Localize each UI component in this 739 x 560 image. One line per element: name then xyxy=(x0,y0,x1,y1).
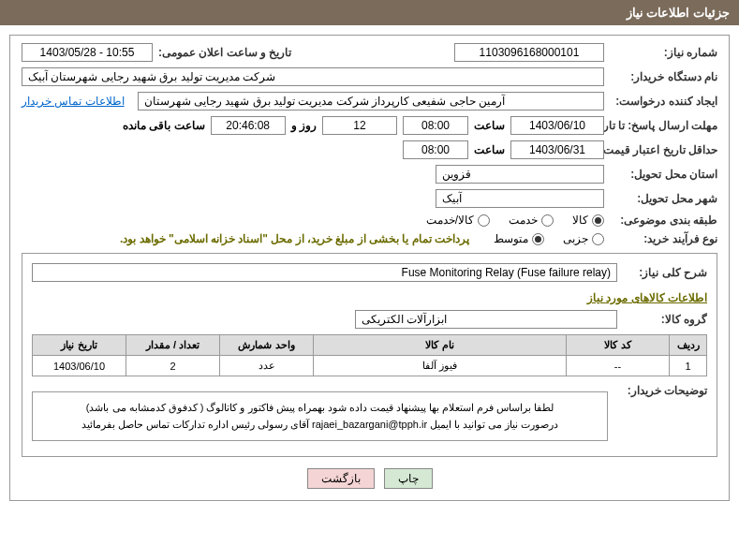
general-desc-label: شرح کلی نیاز: xyxy=(623,266,707,279)
note-email: rajaei_bazargani@tpph.ir xyxy=(312,419,427,430)
cell-qty: 2 xyxy=(126,356,220,376)
radio-service-label: خدمت xyxy=(509,214,538,227)
main-panel: شماره نیاز: 1103096168000101 تاریخ و ساع… xyxy=(9,35,730,501)
radio-medium[interactable] xyxy=(532,233,544,245)
goods-group-value: ابزارآلات الکتریکی xyxy=(355,310,617,329)
deadline-time: 08:00 xyxy=(403,116,468,135)
requester-label: ایجاد کننده درخواست: xyxy=(610,95,717,108)
deadline-time-label: ساعت xyxy=(474,119,505,132)
th-name: نام کالا xyxy=(314,335,567,356)
topic-class-radio-group: کالا خدمت کالا/خدمت xyxy=(426,214,604,227)
deadline-label: مهلت ارسال پاسخ: تا تاریخ: xyxy=(610,119,717,132)
request-number-value: 1103096168000101 xyxy=(454,43,604,62)
cell-name: فیوز آلفا xyxy=(314,356,567,376)
goods-table: ردیف کد کالا نام کالا واحد شمارش تعداد /… xyxy=(32,334,707,376)
radio-goods[interactable] xyxy=(592,214,604,227)
radio-goods-label: کالا xyxy=(572,214,588,227)
cell-code: -- xyxy=(567,356,670,376)
min-validity-time: 08:00 xyxy=(403,140,468,159)
table-row: 1 -- فیوز آلفا عدد 2 1403/06/10 xyxy=(33,356,707,376)
note-line2: درصورت نیاز می توانید با ایمیل rajaei_ba… xyxy=(40,417,599,434)
delivery-city-label: شهر محل تحویل: xyxy=(610,192,717,205)
goods-section-head: اطلاعات کالاهای مورد نیاز xyxy=(32,291,707,304)
cell-idx: 1 xyxy=(670,356,707,376)
buyer-notes-label: توضیحات خریدار: xyxy=(613,384,707,397)
purchase-type-note: پرداخت تمام یا بخشی از مبلغ خرید، از محل… xyxy=(120,232,469,245)
announce-value: 1403/05/28 - 10:55 xyxy=(22,43,153,62)
cell-unit: عدد xyxy=(220,356,314,376)
goods-group-label: گروه کالا: xyxy=(623,313,707,326)
th-date: تاریخ نیاز xyxy=(33,335,126,356)
note-line1: لطفا براساس فرم استعلام بها پیشنهاد قیمت… xyxy=(40,400,599,417)
buyer-org-label: نام دستگاه خریدار: xyxy=(610,70,717,83)
purchase-type-radio-group: جزبی متوسط xyxy=(494,232,604,245)
th-unit: واحد شمارش xyxy=(220,335,314,356)
min-validity-date: 1403/06/31 xyxy=(510,140,604,159)
buyer-notes-box: لطفا براساس فرم استعلام بها پیشنهاد قیمت… xyxy=(32,391,608,441)
radio-partial-label: جزبی xyxy=(563,232,588,245)
min-validity-label: حداقل تاریخ اعتبار قیمت: تا تاریخ: xyxy=(610,143,717,156)
radio-medium-label: متوسط xyxy=(494,232,528,245)
details-panel: شرح کلی نیاز: Fuse Monitoring Relay (Fus… xyxy=(22,253,717,457)
announce-label: تاریخ و ساعت اعلان عمومی: xyxy=(158,46,291,59)
print-button[interactable]: چاپ xyxy=(384,468,433,489)
delivery-city-value: آبیک xyxy=(436,189,604,208)
requester-value: آرمین حاجی شفیعی کارپرداز شرکت مدیریت تو… xyxy=(138,92,604,111)
purchase-type-label: نوع فرآیند خرید: xyxy=(610,232,717,245)
th-code: کد کالا xyxy=(567,335,670,356)
request-number-label: شماره نیاز: xyxy=(610,46,717,59)
deadline-countdown: 20:46:08 xyxy=(211,116,286,135)
radio-goods-service[interactable] xyxy=(478,214,490,227)
page-title: جزئیات اطلاعات نیاز xyxy=(0,0,739,25)
min-validity-time-label: ساعت xyxy=(474,143,505,156)
radio-service[interactable] xyxy=(541,214,554,227)
radio-partial[interactable] xyxy=(592,233,604,245)
deadline-days: 12 xyxy=(322,116,397,135)
cell-date: 1403/06/10 xyxy=(33,356,126,376)
th-idx: ردیف xyxy=(670,335,707,356)
buyer-org-value: شرکت مدیریت تولید برق شهید رجایی شهرستان… xyxy=(22,67,604,86)
deadline-date: 1403/06/10 xyxy=(510,116,604,135)
deadline-days-suffix: روز و xyxy=(291,119,317,132)
general-desc-value: Fuse Monitoring Relay (Fuse failure rela… xyxy=(32,263,617,282)
radio-goods-service-label: کالا/خدمت xyxy=(426,214,474,227)
buyer-contact-link[interactable]: اطلاعات تماس خریدار xyxy=(22,95,125,108)
delivery-province-label: استان محل تحویل: xyxy=(610,168,717,181)
delivery-province-value: قزوین xyxy=(436,165,604,184)
deadline-countdown-suffix: ساعت باقی مانده xyxy=(123,119,205,132)
back-button[interactable]: بازگشت xyxy=(307,468,375,489)
th-qty: تعداد / مقدار xyxy=(126,335,220,356)
topic-class-label: طبقه بندی موضوعی: xyxy=(610,214,717,227)
